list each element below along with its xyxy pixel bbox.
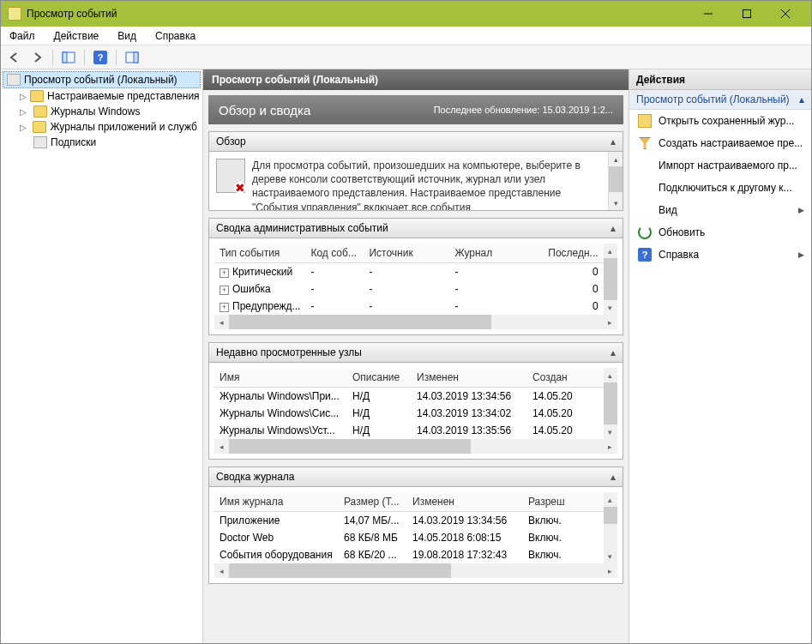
event-viewer-icon [7,74,21,86]
section-title: Сводка журнала [216,471,295,483]
minimize-button[interactable] [689,2,727,27]
last-update: Последнее обновление: 15.03.2019 1:2... [434,105,613,115]
toolbar-separator [84,50,85,65]
horizontal-scrollbar[interactable]: ◂▸ [214,563,617,578]
col-enabled[interactable]: Разреш [523,492,604,512]
table-row[interactable]: +Критический---0 [214,263,604,281]
section-head-overview[interactable]: Обзор ▴ [208,131,623,152]
tree-panel: Просмотр событий (Локальный) ▷ Настраива… [1,69,203,643]
expand-icon[interactable]: + [220,268,229,278]
col-source[interactable]: Источник [364,244,449,263]
actions-header: Действия [629,69,811,90]
tree-root[interactable]: Просмотр событий (Локальный) [3,71,201,88]
tree-item-custom-views[interactable]: ▷ Настраиваемые представления [3,88,201,104]
col-event-code[interactable]: Код соб... [305,244,364,263]
main-area: Просмотр событий (Локальный) ▷ Настраива… [1,69,811,643]
menu-help[interactable]: Справка [152,28,199,44]
show-hide-actions-button[interactable] [122,48,142,67]
toolbar-separator [116,50,117,65]
action-help[interactable]: ? Справка ▶ [629,244,811,266]
admin-events-table: Тип события Код соб... Источник Журнал П… [214,244,604,315]
section-title: Сводка административных событий [216,222,388,234]
help-icon: ? [638,248,652,262]
tree-root-label: Просмотр событий (Локальный) [24,74,177,86]
forward-button[interactable] [27,48,47,67]
overview-title: Обзор и сводка [219,103,310,117]
col-modified[interactable]: Изменен [407,492,523,512]
table-row[interactable]: Doctor Web68 КБ/8 МБ14.05.2018 6:08:15Вк… [214,529,604,546]
folder-icon [33,121,46,133]
vertical-scrollbar[interactable]: ▴▾ [604,368,617,439]
table-row[interactable]: Журналы Windows\Сис...Н/Д14.03.2019 13:3… [214,405,604,422]
caret-icon: ▷ [20,123,29,132]
menu-file[interactable]: Файл [6,28,39,44]
table-row[interactable]: Журналы Windows\Уст...Н/Д14.03.2019 13:3… [214,422,604,439]
svg-rect-1 [743,10,750,18]
col-modified[interactable]: Изменен [412,368,527,388]
caret-icon: ▷ [20,107,30,117]
expand-icon[interactable]: + [220,303,229,312]
table-row[interactable]: Приложение14,07 МБ/...14.03.2019 13:34:5… [214,512,604,530]
action-connect-other[interactable]: Подключиться к другому к... [629,177,811,199]
filter-icon [638,136,652,150]
section-recent-nodes: Недавно просмотренные узлы ▴ Имя Описани… [208,342,623,460]
vertical-scrollbar[interactable]: ▴▾ [604,244,617,315]
vertical-scrollbar[interactable]: ▴▾ [608,152,623,210]
collapse-icon: ▴ [611,222,616,234]
section-body-recent: Имя Описание Изменен Создан Журналы Wind… [208,363,623,460]
col-log[interactable]: Журнал [449,244,518,263]
table-row[interactable]: +Ошибка---0 [214,280,604,298]
show-hide-tree-button[interactable] [58,48,79,67]
section-head-admin[interactable]: Сводка административных событий ▴ [208,218,623,238]
col-size[interactable]: Размер (Т... [339,492,407,512]
col-created[interactable]: Создан [527,368,604,388]
action-import-custom-view[interactable]: Импорт настраиваемого пр... [629,154,811,177]
collapse-icon: ▴ [611,346,616,358]
horizontal-scrollbar[interactable]: ◂▸ [214,315,617,329]
col-log-name[interactable]: Имя журнала [214,492,339,512]
col-event-type[interactable]: Тип события [214,244,305,263]
recent-nodes-table: Имя Описание Изменен Создан Журналы Wind… [214,368,604,439]
horizontal-scrollbar[interactable]: ◂▸ [214,439,617,454]
section-overview: Обзор ▴ Для просмотра событий, произошед… [208,131,623,211]
action-open-saved-log[interactable]: Открыть сохраненный жур... [629,110,811,132]
section-head-log[interactable]: Сводка журнала ▴ [208,466,623,487]
col-name[interactable]: Имя [214,368,347,388]
back-button[interactable] [4,48,25,67]
tree-item-subscriptions[interactable]: ▷ Подписки [3,135,201,150]
tree-item-windows-logs[interactable]: ▷ Журналы Windows [3,104,201,119]
tree-item-label: Журналы приложений и служб [50,121,197,133]
overview-header: Обзор и сводка Последнее обновление: 15.… [208,95,623,124]
tree-item-label: Настраиваемые представления [47,90,200,102]
toolbar-separator [52,50,53,65]
col-last[interactable]: Последн... [518,244,603,263]
toolbar: ? [1,45,811,69]
expand-icon[interactable]: + [220,286,229,295]
titlebar[interactable]: Просмотр событий [1,1,811,27]
action-view[interactable]: Вид ▶ [629,199,811,221]
col-desc[interactable]: Описание [347,368,412,388]
table-row[interactable]: Журналы Windows\При...Н/Д14.03.2019 13:3… [214,388,604,406]
section-body-log: Имя журнала Размер (Т... Изменен Разреш … [208,487,623,584]
vertical-scrollbar[interactable]: ▴▾ [604,492,617,563]
table-row[interactable]: События оборудования68 КБ/20 ...19.08.20… [214,546,604,563]
collapse-icon: ▴ [611,471,616,483]
main-window: Просмотр событий Файл Действие Вид Справ… [0,0,812,644]
center-header: Просмотр событий (Локальный) [203,69,629,90]
folder-icon [33,105,47,117]
section-title: Недавно просмотренные узлы [216,346,362,358]
close-button[interactable] [766,2,804,27]
tree-item-label: Журналы Windows [51,105,140,117]
tree-item-label: Подписки [51,136,96,148]
actions-section-title[interactable]: Просмотр событий (Локальный) ▴ [629,90,811,110]
menu-action[interactable]: Действие [51,28,103,44]
maximize-button[interactable] [727,2,766,27]
section-head-recent[interactable]: Недавно просмотренные узлы ▴ [208,342,623,363]
table-row[interactable]: +Предупрежд...---0 [214,298,604,315]
menu-view[interactable]: Вид [114,28,140,44]
blank-icon [638,181,652,195]
action-create-custom-view[interactable]: Создать настраиваемое пре... [629,132,811,154]
action-refresh[interactable]: Обновить [629,221,811,244]
tree-item-app-logs[interactable]: ▷ Журналы приложений и служб [3,119,201,135]
help-button[interactable]: ? [90,48,111,67]
